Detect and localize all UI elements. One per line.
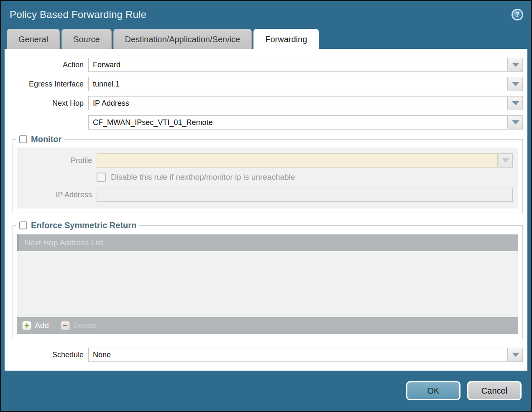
- enforce-symmetric-return-title: Enforce Symmetric Return: [31, 221, 136, 230]
- tab-general[interactable]: General: [7, 29, 60, 49]
- monitor-panel: Profile Disable this rule if nexthop/mon…: [17, 148, 518, 209]
- tab-forwarding[interactable]: Forwarding: [253, 29, 319, 49]
- tab-bar: General Source Destination/Application/S…: [1, 28, 531, 49]
- dialog-title: Policy Based Forwarding Rule: [10, 9, 512, 20]
- cancel-button[interactable]: Cancel: [467, 381, 522, 400]
- monitor-profile-row: Profile: [17, 153, 513, 168]
- chevron-down-icon: [512, 120, 519, 125]
- delete-button-label: Delete: [73, 321, 96, 330]
- next-hop-type-combobox: [88, 96, 523, 110]
- next-hop-address-input[interactable]: [88, 115, 508, 130]
- next-hop-type-input[interactable]: [88, 96, 508, 110]
- ok-button[interactable]: OK: [406, 381, 460, 400]
- monitor-profile-dropdown-button: [499, 153, 513, 168]
- chevron-down-icon: [512, 101, 519, 105]
- egress-interface-label: Egress Interface: [5, 80, 88, 89]
- add-button-label: Add: [35, 321, 49, 330]
- tab-source[interactable]: Source: [61, 29, 111, 49]
- monitor-ip-address-row: IP Address: [17, 188, 513, 202]
- action-row: Action: [5, 58, 523, 72]
- table-footer: + Add − Delete: [17, 317, 518, 334]
- monitor-ip-address-label: IP Address: [17, 191, 97, 199]
- titlebar: Policy Based Forwarding Rule ?: [1, 1, 531, 28]
- policy-based-forwarding-dialog: Policy Based Forwarding Rule ? General S…: [0, 0, 532, 412]
- schedule-input[interactable]: [88, 348, 508, 362]
- add-button[interactable]: + Add: [22, 321, 49, 330]
- monitor-profile-label: Profile: [17, 156, 97, 165]
- schedule-dropdown-button[interactable]: [509, 348, 523, 362]
- help-icon[interactable]: ?: [512, 9, 523, 20]
- egress-interface-row: Egress Interface: [5, 77, 523, 91]
- chevron-down-icon: [512, 82, 519, 86]
- next-hop-address-row: [5, 115, 523, 130]
- symmetric-return-legend: Enforce Symmetric Return: [16, 221, 139, 230]
- dialog-footer: OK Cancel: [1, 371, 531, 411]
- schedule-label: Schedule: [5, 351, 88, 359]
- forwarding-tab-panel: Action Egress Interface Next Hop: [5, 49, 527, 371]
- monitor-disable-rule-row: Disable this rule if nexthop/monitor ip …: [97, 173, 513, 182]
- action-input[interactable]: [88, 58, 508, 72]
- tab-destination-application-service[interactable]: Destination/Application/Service: [113, 29, 252, 49]
- monitor-profile-combobox: [97, 153, 513, 168]
- chevron-down-icon: [512, 63, 519, 67]
- egress-interface-dropdown-button[interactable]: [509, 77, 523, 91]
- chevron-down-icon: [502, 158, 509, 163]
- chevron-down-icon: [512, 353, 519, 357]
- disable-rule-checkbox: [97, 173, 106, 182]
- next-hop-type-dropdown-button[interactable]: [509, 96, 523, 110]
- add-plus-icon: +: [22, 321, 31, 330]
- schedule-row: Schedule: [5, 348, 523, 362]
- schedule-combobox: [88, 348, 523, 362]
- egress-interface-combobox: [88, 77, 523, 91]
- action-combobox: [88, 58, 523, 72]
- monitor-section-title: Monitor: [31, 135, 61, 144]
- monitor-profile-input: [97, 153, 498, 168]
- next-hop-row: Next Hop: [5, 96, 523, 110]
- disable-rule-label: Disable this rule if nexthop/monitor ip …: [111, 173, 295, 182]
- action-dropdown-button[interactable]: [509, 58, 523, 72]
- egress-interface-input[interactable]: [88, 77, 508, 91]
- next-hop-label: Next Hop: [5, 99, 88, 108]
- enforce-symmetric-return-checkbox[interactable]: [19, 221, 27, 229]
- next-hop-address-dropdown-button[interactable]: [509, 115, 523, 130]
- next-hop-address-combobox: [88, 115, 523, 130]
- monitor-ip-address-field: [97, 188, 513, 202]
- delete-minus-icon: −: [61, 321, 70, 330]
- action-label: Action: [5, 61, 88, 69]
- enforce-symmetric-return-section: Enforce Symmetric Return Next Hop Addres…: [13, 221, 523, 339]
- delete-button: − Delete: [61, 321, 96, 330]
- monitor-ip-address-input: [97, 188, 513, 202]
- monitor-section: Monitor Profile Disable this rule if nex…: [13, 135, 523, 213]
- monitor-legend: Monitor: [16, 135, 64, 144]
- next-hop-address-list-table: Next Hop Address List + Add − Delete: [17, 234, 518, 334]
- monitor-checkbox[interactable]: [19, 135, 27, 143]
- next-hop-address-list-body[interactable]: [17, 251, 518, 317]
- table-header-next-hop-address-list: Next Hop Address List: [17, 234, 518, 251]
